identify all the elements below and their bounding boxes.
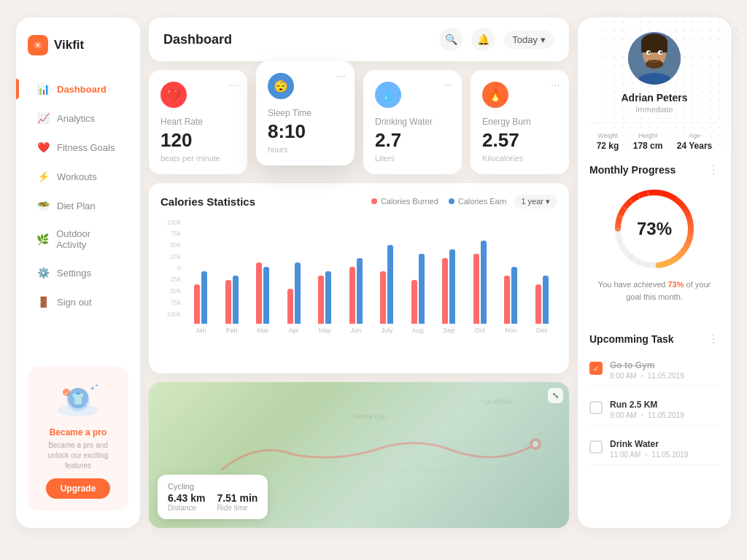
task-checkbox-gym[interactable]: ✓ xyxy=(589,362,603,375)
card-menu-icon[interactable]: ··· xyxy=(229,79,239,92)
sleep-time-card: ··· 😴 Sleep Time 8:10 hours xyxy=(256,61,355,166)
right-panel: Adrian Peters Immediate Weight 72 kg Hei… xyxy=(578,18,731,528)
calories-header: Calories Statistics Calories Burned Calo… xyxy=(160,195,557,209)
bar-group xyxy=(495,267,527,324)
tasks-section: Upcomming Task ⋮ ✓ Go to Gym 8:00 AM • 1… xyxy=(589,332,719,465)
stat-name: Heart Rate xyxy=(160,117,236,127)
task-list: ✓ Go to Gym 8:00 AM • 11.05.2019 Run 2.5… xyxy=(589,354,719,465)
sidebar-item-settings[interactable]: ⚙️ Settings xyxy=(28,260,128,286)
sidebar-item-signout[interactable]: 🚪 Sign out xyxy=(28,289,128,315)
task-checkbox-run[interactable] xyxy=(589,401,603,414)
progress-menu-icon[interactable]: ⋮ xyxy=(708,163,719,176)
bar-group xyxy=(465,241,496,324)
stat-name: Drinking Water xyxy=(375,117,450,127)
age-stat: Age 24 Years xyxy=(677,132,713,151)
sleep-icon: 😴 xyxy=(268,73,294,99)
upgrade-card: 👕 ✓ + + Became a pro Became a pro and un… xyxy=(28,366,128,510)
earned-bar xyxy=(543,276,549,324)
x-axis-label: Jan xyxy=(185,327,217,334)
burned-dot xyxy=(371,198,377,204)
burned-bar xyxy=(411,280,417,324)
bar-group xyxy=(433,249,465,324)
earned-dot xyxy=(449,198,454,204)
distance-value: 6.43 km xyxy=(168,492,205,504)
sidebar-item-workouts[interactable]: ⚡ Workouts xyxy=(28,163,128,190)
height-label: Height xyxy=(633,132,663,139)
task-time-gym: 8:00 AM • 11.05.2019 xyxy=(610,372,719,380)
settings-icon: ⚙️ xyxy=(36,266,50,279)
dashboard-icon: 📊 xyxy=(36,82,50,96)
stat-unit: Liters xyxy=(375,154,450,163)
tasks-header: Upcomming Task ⋮ xyxy=(589,332,719,346)
burned-bar xyxy=(504,276,510,324)
sidebar: ✳ Vikfit 📊 Dashboard 📈 Analytics ❤️ Fitn… xyxy=(16,18,140,528)
year-filter[interactable]: 1 year ▾ xyxy=(514,195,557,209)
stat-name: Energy Burn xyxy=(482,117,557,127)
tasks-menu-icon[interactable]: ⋮ xyxy=(708,332,719,346)
sidebar-item-label: Outdoor Activity xyxy=(56,228,120,250)
bar-group xyxy=(341,258,372,324)
stat-value: 120 xyxy=(160,130,236,151)
svg-point-22 xyxy=(646,60,663,69)
map-stats: 6.43 km Distance 7.51 min Ride time xyxy=(168,492,258,512)
x-axis-label: Feb xyxy=(217,327,248,334)
x-axis-label: Oct xyxy=(465,327,496,334)
sidebar-item-fitness[interactable]: ❤️ Fitness Goals xyxy=(28,134,128,160)
bar-group xyxy=(185,271,217,324)
bar-chart-container: 100k75k50k25k 025k50k75k100k JanFebMarAp… xyxy=(160,217,557,334)
upgrade-button[interactable]: Upgrade xyxy=(46,478,111,499)
profile-status: Immediate xyxy=(589,105,719,114)
dashboard-header: Dashboard 🔍 🔔 Today ▾ xyxy=(149,18,569,61)
card-menu-icon[interactable]: ··· xyxy=(336,70,346,83)
earned-bar xyxy=(419,254,425,324)
logo: ✳ Vikfit xyxy=(28,35,128,55)
heart-rate-card: ··· ❤️ Heart Rate 120 beats per minute xyxy=(149,70,247,174)
signout-icon: 🚪 xyxy=(36,295,50,308)
logo-text: Vikfit xyxy=(54,38,84,52)
sidebar-item-label: Workouts xyxy=(57,171,97,182)
svg-text:Jersey City: Jersey City xyxy=(353,413,386,420)
earned-legend: Calories Earn xyxy=(449,197,507,206)
fitness-icon: ❤️ xyxy=(36,141,50,154)
burned-bar xyxy=(442,258,448,324)
expand-button[interactable]: ⤡ xyxy=(548,388,563,403)
weight-label: Weight xyxy=(597,132,619,139)
burned-bar xyxy=(380,271,386,324)
bar-group xyxy=(371,245,403,324)
x-axis-label: Dec xyxy=(527,327,558,334)
sidebar-item-dashboard[interactable]: 📊 Dashboard xyxy=(28,76,128,102)
search-button[interactable]: 🔍 xyxy=(439,28,462,51)
x-axis-label: Jun xyxy=(341,327,372,334)
header-actions: 🔍 🔔 Today ▾ xyxy=(439,28,554,51)
chart-legend: Calories Burned Calories Earn xyxy=(371,197,507,206)
task-checkbox-water[interactable] xyxy=(589,440,603,454)
earned-bar xyxy=(481,241,487,324)
sidebar-item-analytics[interactable]: 📈 Analytics xyxy=(28,105,128,131)
distance-label: Distance xyxy=(168,504,205,512)
card-menu-icon[interactable]: ··· xyxy=(444,79,453,92)
task-info-gym: Go to Gym 8:00 AM • 11.05.2019 xyxy=(610,360,719,380)
main-content: Dashboard 🔍 🔔 Today ▾ ··· ❤️ Heart Rate … xyxy=(149,18,569,528)
logo-icon: ✳ xyxy=(28,35,48,55)
profile-section: Adrian Peters Immediate Weight 72 kg Hei… xyxy=(589,32,719,151)
activity-type: Cycling xyxy=(168,482,258,491)
progress-title: Monthly Progress xyxy=(589,164,676,176)
x-axis-label: Sep xyxy=(433,327,465,334)
earned-bar xyxy=(387,245,393,324)
svg-point-27 xyxy=(660,52,662,54)
monthly-progress-section: Monthly Progress ⋮ xyxy=(589,163,719,320)
sidebar-item-diet[interactable]: 🥗 Diet Plan xyxy=(28,192,128,219)
x-axis-label: Apr xyxy=(279,327,310,334)
svg-point-26 xyxy=(649,52,651,54)
x-axis: JanFebMarAprMayJunJulyAugSepOctNovDec xyxy=(185,327,557,334)
notification-button[interactable]: 🔔 xyxy=(471,28,495,51)
earned-bar xyxy=(233,276,239,324)
progress-description: You have achieved 73% of your goal this … xyxy=(589,279,719,303)
date-filter[interactable]: Today ▾ xyxy=(503,31,554,49)
card-menu-icon[interactable]: ··· xyxy=(551,79,560,92)
earned-bar xyxy=(511,267,517,324)
sidebar-item-outdoor[interactable]: 🌿 Outdoor Activity xyxy=(28,222,128,257)
burned-bar xyxy=(473,254,479,324)
bar-group xyxy=(247,262,279,324)
task-name-gym: Go to Gym xyxy=(610,360,719,370)
